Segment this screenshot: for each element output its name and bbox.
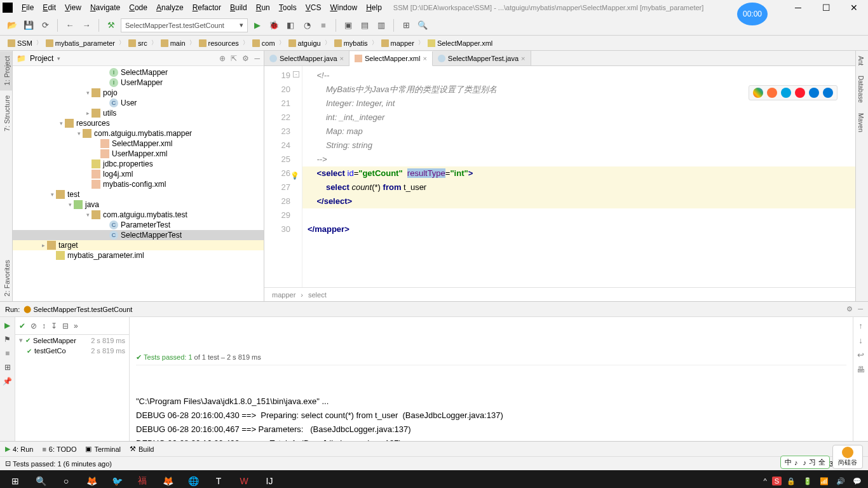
tree-mybatis-config-xml[interactable]: mybatis-config.xml bbox=[13, 179, 264, 189]
tray-up-icon[interactable]: ^ bbox=[761, 475, 769, 487]
wps-icon[interactable]: W bbox=[233, 472, 255, 488]
print-icon[interactable]: 🖶 bbox=[857, 365, 865, 374]
crumb-mapper[interactable]: mapper bbox=[379, 39, 417, 48]
search-icon[interactable]: 🔍 bbox=[416, 18, 430, 32]
chrome-icon[interactable]: 🌐 bbox=[182, 472, 205, 488]
project-title[interactable]: Project bbox=[30, 54, 53, 63]
sogou-icon[interactable]: S bbox=[772, 477, 782, 485]
tool1-icon[interactable]: ▣ bbox=[341, 18, 355, 32]
cross-icon[interactable]: ⊘ bbox=[29, 320, 38, 332]
stop-icon[interactable]: ■ bbox=[316, 18, 330, 32]
debug-icon[interactable]: 🐞 bbox=[267, 18, 281, 32]
tree-target[interactable]: ▸target bbox=[13, 240, 264, 250]
project-tool-tab[interactable]: 1: Project bbox=[0, 51, 12, 90]
hide-icon[interactable]: ─ bbox=[858, 305, 863, 313]
tree-resources[interactable]: ▾resources bbox=[13, 118, 264, 128]
menu-run[interactable]: Run bbox=[252, 2, 274, 13]
tree-parametertest[interactable]: CParameterTest bbox=[13, 220, 264, 230]
menu-file[interactable]: File bbox=[18, 2, 37, 13]
crumb-select[interactable]: select bbox=[308, 291, 327, 299]
tree-com-atguigu-mybatis-test[interactable]: ▾com.atguigu.mybatis.test bbox=[13, 210, 264, 220]
menu-tools[interactable]: Tools bbox=[275, 2, 301, 13]
target-icon[interactable]: ⊕ bbox=[219, 54, 226, 63]
forward-icon[interactable]: → bbox=[79, 18, 93, 32]
menu-vcs[interactable]: VCS bbox=[302, 2, 325, 13]
browser-preview-icons[interactable] bbox=[749, 85, 837, 100]
edge-icon[interactable] bbox=[823, 88, 833, 98]
crumb-src[interactable]: src bbox=[126, 39, 150, 48]
tree-test[interactable]: ▾test bbox=[13, 189, 264, 200]
app2-icon[interactable]: 🐦 bbox=[105, 472, 128, 488]
build-tool-button[interactable]: ⚒Build bbox=[130, 445, 154, 453]
tab-selectmapper-java[interactable]: SelectMapper.java× bbox=[264, 51, 349, 65]
tree-usermapper-xml[interactable]: UserMapper.xml bbox=[13, 149, 264, 159]
menu-code[interactable]: Code bbox=[125, 2, 151, 13]
tree-com-atguigu-mybatis-mapper[interactable]: ▾com.atguigu.mybatis.mapper bbox=[13, 128, 264, 139]
menu-build[interactable]: Build bbox=[226, 2, 251, 13]
gear-icon[interactable]: ⚙ bbox=[242, 54, 249, 63]
run-icon[interactable]: ▶ bbox=[250, 18, 264, 32]
tree-selectmapper[interactable]: ISelectMapper bbox=[13, 67, 264, 78]
build-icon[interactable]: ⚒ bbox=[104, 18, 118, 32]
sort-icon[interactable]: ↕ bbox=[41, 320, 47, 332]
test-selectmapper[interactable]: ▾✔SelectMapper2 s 819 ms bbox=[15, 335, 129, 346]
lock-icon[interactable]: 🔒 bbox=[784, 475, 798, 488]
stop-icon[interactable]: ■ bbox=[2, 348, 13, 359]
chevron-down-icon[interactable]: ▾ bbox=[57, 55, 60, 62]
up-icon[interactable]: ↑ bbox=[858, 321, 863, 330]
save-icon[interactable]: 💾 bbox=[22, 18, 36, 32]
close-tab-icon[interactable]: × bbox=[340, 55, 344, 62]
close-tab-icon[interactable]: × bbox=[423, 55, 426, 62]
safari-icon[interactable] bbox=[781, 88, 791, 98]
start-icon[interactable]: ⊞ bbox=[4, 472, 27, 488]
more-icon[interactable]: » bbox=[72, 320, 79, 332]
tree-log4j-xml[interactable]: log4j.xml bbox=[13, 169, 264, 179]
terminal-tool-button[interactable]: ▣Terminal bbox=[85, 445, 121, 453]
opera-icon[interactable] bbox=[795, 88, 805, 98]
battery-icon[interactable]: 🔋 bbox=[801, 475, 815, 488]
rerun-icon[interactable]: ▶ bbox=[2, 320, 13, 331]
menu-navigate[interactable]: Navigate bbox=[86, 2, 124, 13]
tree-usermapper[interactable]: IUserMapper bbox=[13, 78, 264, 88]
crumb-mybatis-parameter[interactable]: mybatis_parameter bbox=[43, 39, 118, 48]
crumb-atguigu[interactable]: atguigu bbox=[286, 39, 323, 48]
crumb-ssm[interactable]: SSM bbox=[5, 39, 35, 48]
tree-pojo[interactable]: ▾pojo bbox=[13, 88, 264, 98]
profile-icon[interactable]: ◔ bbox=[300, 18, 314, 32]
ie-icon[interactable] bbox=[809, 88, 819, 98]
run-tool-button[interactable]: ▶4: Run bbox=[5, 445, 33, 453]
menu-help[interactable]: Help bbox=[362, 2, 386, 13]
hide-icon[interactable]: ─ bbox=[254, 54, 260, 63]
maven-tab[interactable]: Maven bbox=[856, 108, 865, 137]
open-icon[interactable]: 📂 bbox=[5, 18, 19, 32]
menu-view[interactable]: View bbox=[61, 2, 85, 13]
search-icon[interactable]: 🔍 bbox=[29, 472, 52, 488]
crumb-main[interactable]: main bbox=[158, 39, 188, 48]
maximize-button[interactable]: ☐ bbox=[812, 0, 840, 15]
tool2-icon[interactable]: ▤ bbox=[358, 18, 372, 32]
tree-selectmapper-xml[interactable]: SelectMapper.xml bbox=[13, 139, 264, 149]
crumb-resources[interactable]: resources bbox=[196, 39, 241, 48]
close-tab-icon[interactable]: × bbox=[521, 55, 525, 62]
tree-mybatis-parameter-iml[interactable]: mybatis_parameter.iml bbox=[13, 250, 264, 261]
app1-icon[interactable]: 🦊 bbox=[80, 472, 103, 488]
menu-analyze[interactable]: Analyze bbox=[153, 2, 187, 13]
test-tree[interactable]: ▾✔SelectMapper2 s 819 ms✔testGetCo2 s 81… bbox=[15, 335, 129, 441]
structure-tool-tab[interactable]: 7: Structure bbox=[0, 90, 12, 137]
app4-icon[interactable]: T bbox=[207, 472, 230, 488]
tree-java[interactable]: ▾java bbox=[13, 200, 264, 210]
crumb-selectmapper-xml[interactable]: SelectMapper.xml bbox=[425, 39, 495, 48]
firefox-icon[interactable]: 🦊 bbox=[156, 472, 179, 488]
back-icon[interactable]: ← bbox=[63, 18, 77, 32]
crumb-mapper[interactable]: mapper bbox=[272, 291, 295, 299]
code-breadcrumb[interactable]: mapper › select bbox=[264, 287, 855, 301]
tab-selectmappertest-java[interactable]: SelectMapperTest.java× bbox=[433, 51, 531, 65]
sort2-icon[interactable]: ↧ bbox=[50, 320, 58, 332]
project-tree[interactable]: ISelectMapperIUserMapper▾pojoCUser▸utils… bbox=[13, 66, 264, 301]
pin-icon[interactable]: 📌 bbox=[2, 376, 13, 387]
toggle-icon[interactable]: ⚑ bbox=[2, 334, 13, 345]
structure-icon[interactable]: ⊞ bbox=[399, 18, 413, 32]
wifi-icon[interactable]: 📶 bbox=[817, 475, 831, 488]
ant-tab[interactable]: Ant bbox=[856, 51, 865, 71]
idea-icon[interactable]: IJ bbox=[258, 472, 281, 488]
